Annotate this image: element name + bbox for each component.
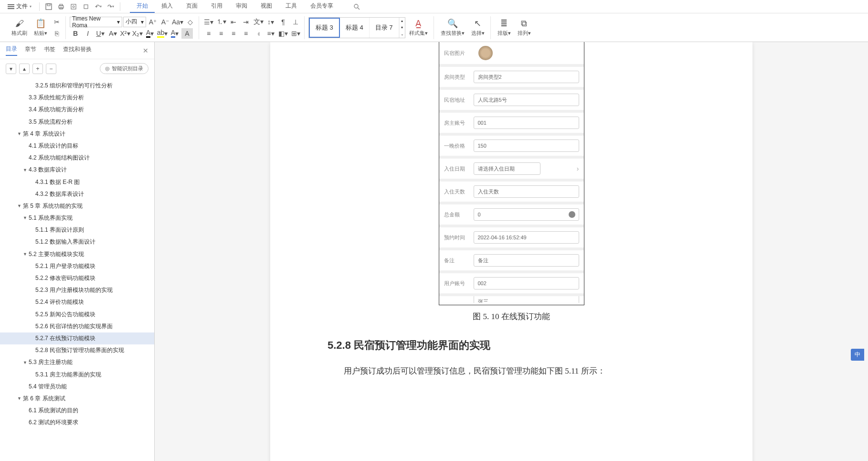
outline-item[interactable]: 5.1.2 数据输入界面设计 xyxy=(0,236,154,248)
cut-icon[interactable]: ✂ xyxy=(51,17,63,27)
find-replace-button[interactable]: 🔍 查找替换▾ xyxy=(438,17,467,38)
copy-icon[interactable]: ⎘ xyxy=(51,28,63,39)
outline-item[interactable]: 5.2.3 用户注册模块功能的实现 xyxy=(0,284,154,296)
outline-item[interactable]: 5.4 管理员功能 xyxy=(0,381,154,393)
undo-icon[interactable]: ↶▾ xyxy=(93,1,104,12)
style-up-icon[interactable]: ▴ xyxy=(399,18,405,24)
outline-item[interactable]: 6.1 系统测试的目的 xyxy=(0,405,154,417)
format-painter-button[interactable]: 🖌 格式刷 xyxy=(9,18,30,38)
decrease-indent-icon[interactable]: ⇤ xyxy=(228,17,239,27)
bold-icon[interactable]: B xyxy=(70,28,81,39)
distribute-icon[interactable]: ⫞ xyxy=(253,28,264,39)
change-case-icon[interactable]: Aa▾ xyxy=(172,17,183,27)
menu-tab-2[interactable]: 页面 xyxy=(180,0,204,13)
outline-item[interactable]: ▼5.2 主要功能模块实现 xyxy=(0,248,154,260)
smart-recognize-button[interactable]: ◎ 智能识别目录 xyxy=(100,63,148,74)
underline-icon[interactable]: U▾ xyxy=(95,28,106,39)
align-center-icon[interactable]: ≡ xyxy=(215,28,227,39)
number-list-icon[interactable]: ⒈▾ xyxy=(215,17,227,27)
toggle-icon[interactable]: ▼ xyxy=(17,130,23,137)
outline-item[interactable]: 6.2 测试的环境要求 xyxy=(0,417,154,429)
menu-tab-6[interactable]: 工具 xyxy=(279,0,304,13)
outline-item[interactable]: 5.2.7 在线预订功能模块 xyxy=(0,332,154,344)
outline-item[interactable]: 4.1 系统设计的目标 xyxy=(0,140,154,152)
outline-item[interactable]: ▼5.3 房主注册功能 xyxy=(0,356,154,368)
outline-item[interactable]: 4.2 系统功能结构图设计 xyxy=(0,152,154,164)
style-item-1[interactable]: 标题 4 xyxy=(340,18,370,38)
outline-item[interactable]: 4.3.1 数据 E-R 图 xyxy=(0,176,154,188)
outline-item[interactable]: 5.2.8 民宿预订管理功能界面的实现 xyxy=(0,344,154,356)
nav-tab-0[interactable]: 目录 xyxy=(6,45,17,56)
menu-tab-0[interactable]: 开始 xyxy=(130,0,155,13)
toggle-icon[interactable]: ▼ xyxy=(23,359,29,366)
add-icon[interactable]: + xyxy=(32,64,43,74)
outline-item[interactable]: 4.3.2 数据库表设计 xyxy=(0,188,154,200)
font-size-select[interactable]: 小四▾ xyxy=(123,17,146,27)
collapse-icon[interactable]: ▾ xyxy=(6,64,16,74)
tabs-icon[interactable]: ⊥ xyxy=(290,17,301,27)
sort-icon[interactable]: ↕▾ xyxy=(265,17,276,27)
shrink-font-icon[interactable]: A⁻ xyxy=(159,17,171,27)
file-menu[interactable]: 文件 ▾ xyxy=(4,1,35,11)
nav-tab-1[interactable]: 章节 xyxy=(25,45,36,55)
outline-item[interactable]: ▼第 6 章 系统测试 xyxy=(0,393,154,405)
align-right-icon[interactable]: ≡ xyxy=(228,28,239,39)
style-set-button[interactable]: A̲ 样式集▾ xyxy=(406,17,431,38)
nav-tab-2[interactable]: 书签 xyxy=(44,45,55,55)
outline-item[interactable]: 5.2.5 新闻公告功能模块 xyxy=(0,309,154,321)
style-more-icon[interactable]: ⌄ xyxy=(399,31,405,38)
search-icon[interactable] xyxy=(351,1,362,12)
outline-item[interactable]: 5.2.6 民宿详情的功能实现界面 xyxy=(0,321,154,332)
borders-icon[interactable]: ⊞▾ xyxy=(290,28,301,39)
subscript-icon[interactable]: X₂▾ xyxy=(132,28,143,39)
increase-indent-icon[interactable]: ⇥ xyxy=(240,17,252,27)
menu-tab-5[interactable]: 视图 xyxy=(254,0,279,13)
italic-icon[interactable]: I xyxy=(82,28,94,39)
paste-button[interactable]: 📋 粘贴▾ xyxy=(31,17,50,38)
toggle-icon[interactable]: ▼ xyxy=(17,395,23,402)
text-direction-icon[interactable]: 文▾ xyxy=(253,17,264,27)
print-preview-icon[interactable] xyxy=(68,1,79,12)
outline-item[interactable]: 3.2.5 组织和管理的可行性分析 xyxy=(0,80,154,92)
outline-item[interactable]: 5.3.1 房主功能界面的实现 xyxy=(0,369,154,381)
redo-icon[interactable]: ↷▾ xyxy=(106,1,116,12)
toggle-icon[interactable]: ▼ xyxy=(23,167,29,173)
outline-item[interactable]: ▼第 5 章 系统功能的实现 xyxy=(0,200,154,212)
grow-font-icon[interactable]: A⁺ xyxy=(147,17,159,27)
strikethrough-icon[interactable]: A̶▾ xyxy=(107,28,118,39)
font-name-select[interactable]: Times New Roma▾ xyxy=(70,17,122,27)
remove-icon[interactable]: − xyxy=(46,64,56,74)
outline-item[interactable]: 5.2.2 修改密码功能模块 xyxy=(0,272,154,284)
toggle-icon[interactable]: ▼ xyxy=(23,251,29,257)
font-color2-icon[interactable]: A▾ xyxy=(169,28,180,39)
outline-item[interactable]: 3.4 系统功能方面分析 xyxy=(0,104,154,116)
outline-item[interactable]: ▼第 4 章 系统设计 xyxy=(0,128,154,140)
style-item-0[interactable]: 标题 3 xyxy=(309,18,340,38)
align-left-icon[interactable]: ≡ xyxy=(203,28,214,39)
menu-tab-1[interactable]: 插入 xyxy=(155,0,180,13)
arrange-button[interactable]: ⧉ 排列▾ xyxy=(515,18,534,38)
print-icon[interactable] xyxy=(56,1,66,12)
nav-tab-3[interactable]: 查找和替换 xyxy=(63,45,92,55)
justify-icon[interactable]: ≡ xyxy=(240,28,252,39)
outline-item[interactable]: ▼5.1 系统界面实现 xyxy=(0,212,154,224)
close-icon[interactable]: ✕ xyxy=(143,47,148,54)
outline-item[interactable]: 5.2.4 评价功能模块 xyxy=(0,296,154,308)
export-icon[interactable] xyxy=(81,1,91,12)
outline-item[interactable]: 3.3 系统性能方面分析 xyxy=(0,92,154,104)
font-color-icon[interactable]: A▾ xyxy=(144,28,156,39)
outline-item[interactable]: 3.5 系统流程分析 xyxy=(0,116,154,128)
outline-tree[interactable]: 3.2.5 组织和管理的可行性分析3.3 系统性能方面分析3.4 系统功能方面分… xyxy=(0,78,154,461)
char-shading-icon[interactable]: A xyxy=(181,28,193,39)
line-spacing-icon[interactable]: ≡▾ xyxy=(265,28,276,39)
ime-indicator[interactable]: 中 xyxy=(851,349,864,361)
menu-tab-7[interactable]: 会员专享 xyxy=(304,0,340,13)
superscript-icon[interactable]: X²▾ xyxy=(119,28,131,39)
style-item-2[interactable]: 目录 7 xyxy=(370,18,399,38)
bullet-list-icon[interactable]: ☰▾ xyxy=(203,17,214,27)
highlight-icon[interactable]: ab▾ xyxy=(157,28,168,39)
clear-format-icon[interactable]: ◇ xyxy=(184,17,196,27)
show-marks-icon[interactable]: ¶ xyxy=(277,17,289,27)
toggle-icon[interactable]: ▼ xyxy=(17,203,23,209)
style-down-icon[interactable]: ▾ xyxy=(399,24,405,31)
